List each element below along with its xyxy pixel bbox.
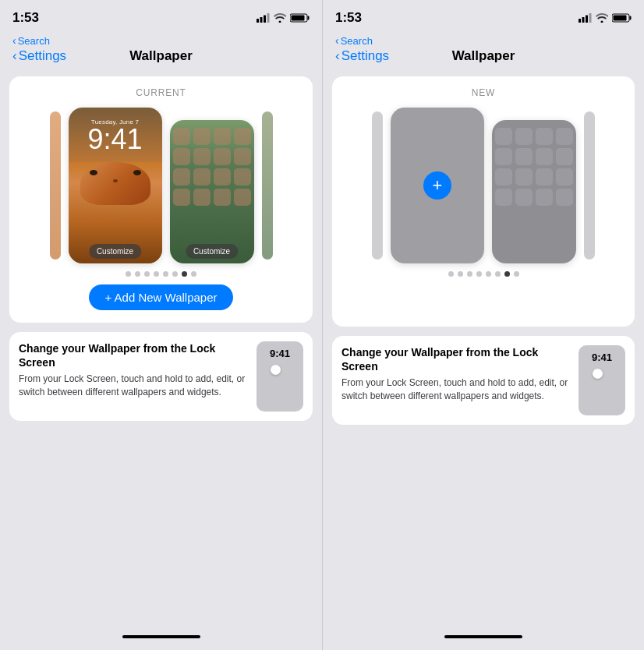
dot-1	[126, 271, 131, 277]
home-screen-bg: Customize	[170, 120, 254, 263]
new-icon-row-1	[495, 128, 573, 145]
status-time-left: 1:53	[12, 10, 39, 26]
status-time-right: 1:53	[335, 10, 362, 26]
home-bar-right	[323, 628, 644, 650]
back-search-label: Search	[18, 35, 50, 47]
cat-eye-left	[90, 170, 97, 175]
lock-screen-bg: Tuesday, June 7 9:41 Customize	[69, 108, 162, 263]
svg-rect-13	[614, 16, 627, 21]
nav-title-row-right: ‹ Settings Wallpaper	[335, 48, 632, 64]
main-content-right: NEW +	[323, 69, 644, 628]
dot-r2	[458, 271, 463, 277]
home-bar-left	[0, 628, 322, 650]
back-search-label-right: Search	[341, 35, 373, 47]
new-app-icon	[495, 128, 512, 145]
info-toggle-left[interactable]	[270, 364, 290, 376]
wallpaper-previews-right: +	[372, 108, 595, 263]
back-search-right[interactable]: ‹ Search	[335, 34, 632, 47]
dot-r4	[476, 271, 482, 277]
new-app-icon	[515, 148, 533, 165]
info-preview-right: 9:41	[579, 345, 625, 415]
info-text-left: Change your Wallpaper from the Lock Scre…	[19, 341, 249, 399]
dot-r1	[448, 271, 454, 277]
home-screen-preview[interactable]: Customize	[170, 120, 254, 263]
new-app-icon	[495, 189, 512, 206]
back-chevron-icon: ‹	[12, 34, 16, 47]
side-peek-left	[50, 111, 61, 260]
card-label-left: CURRENT	[136, 87, 186, 98]
back-chevron-settings-icon: ‹	[12, 48, 17, 64]
info-text-right: Change your Wallpaper from the Lock Scre…	[341, 345, 571, 403]
side-peek-left-right	[372, 111, 383, 260]
dot-2	[135, 271, 140, 277]
wallpaper-card-right: NEW +	[332, 76, 635, 327]
info-desc-right: From your Lock Screen, touch and hold to…	[341, 376, 571, 403]
lock-screen-preview[interactable]: Tuesday, June 7 9:41 Customize	[69, 108, 162, 263]
app-icon	[214, 168, 231, 185]
new-app-icon	[536, 189, 553, 206]
nav-title-row-left: ‹ Settings Wallpaper	[12, 48, 310, 64]
svg-rect-6	[292, 16, 305, 21]
back-chevron-settings-icon-right: ‹	[335, 48, 340, 64]
new-app-icon	[515, 128, 533, 145]
settings-back-label: Settings	[19, 48, 66, 64]
customize-btn-home[interactable]: Customize	[186, 244, 238, 259]
info-title-right: Change your Wallpaper from the Lock Scre…	[341, 345, 571, 373]
app-icon	[214, 189, 231, 206]
customize-btn-lock[interactable]: Customize	[89, 244, 141, 259]
new-app-icon	[556, 189, 573, 206]
home-bar-indicator-right	[444, 635, 522, 638]
dot-5	[163, 271, 168, 277]
dot-r7-active	[504, 271, 510, 277]
info-toggle-right[interactable]	[592, 368, 612, 380]
settings-back-label-right: Settings	[341, 48, 389, 64]
status-icons-left	[257, 13, 310, 23]
app-icon	[193, 128, 211, 145]
nav-bar-left: ‹ Search ‹ Settings Wallpaper	[0, 34, 322, 69]
new-home-screen-preview[interactable]	[492, 120, 576, 263]
app-icon	[193, 148, 211, 165]
status-icons-right	[579, 13, 632, 23]
dot-r3	[467, 271, 472, 277]
new-app-icon	[515, 189, 533, 206]
lock-time: 9:41	[69, 125, 162, 154]
new-lock-screen-preview[interactable]: +	[391, 108, 484, 263]
app-icon	[193, 168, 211, 185]
app-icon	[214, 128, 231, 145]
new-icon-row-3	[495, 168, 573, 185]
add-wallpaper-button[interactable]: + Add New Wallpaper	[89, 284, 232, 310]
svg-rect-0	[257, 19, 259, 23]
home-bar-indicator-left	[122, 635, 200, 638]
side-peek-right-right	[584, 111, 595, 260]
svg-rect-5	[308, 16, 310, 20]
app-icon	[173, 128, 190, 145]
new-app-icon	[536, 168, 553, 185]
new-app-icon	[556, 168, 573, 185]
dot-r8	[514, 271, 519, 277]
app-icon	[234, 148, 251, 165]
new-icon-row-2	[495, 148, 573, 165]
cat-head	[80, 162, 150, 205]
new-icon-row-4	[495, 189, 573, 206]
svg-rect-12	[630, 16, 632, 20]
back-settings-left[interactable]: ‹ Settings	[12, 48, 66, 64]
info-preview-time-right: 9:41	[592, 351, 612, 363]
icon-row-3	[173, 168, 251, 185]
add-wallpaper-plus-icon[interactable]: +	[423, 171, 451, 200]
new-app-icon	[536, 128, 553, 145]
dot-r5	[486, 271, 491, 277]
app-icon	[234, 189, 251, 206]
status-bar-left: 1:53	[0, 0, 322, 34]
back-chevron-icon-right: ‹	[335, 34, 339, 47]
info-card-left: Change your Wallpaper from the Lock Scre…	[9, 332, 313, 421]
info-preview-left: 9:41	[257, 341, 303, 412]
back-settings-right[interactable]: ‹ Settings	[335, 48, 389, 64]
dot-3	[144, 271, 150, 277]
dot-8	[191, 271, 196, 277]
info-desc-left: From your Lock Screen, touch and hold to…	[19, 373, 249, 399]
side-peek-right	[262, 111, 273, 260]
svg-rect-7	[579, 19, 581, 23]
wifi-icon-right	[596, 13, 608, 23]
back-search-left[interactable]: ‹ Search	[12, 34, 310, 47]
svg-rect-9	[586, 16, 588, 23]
